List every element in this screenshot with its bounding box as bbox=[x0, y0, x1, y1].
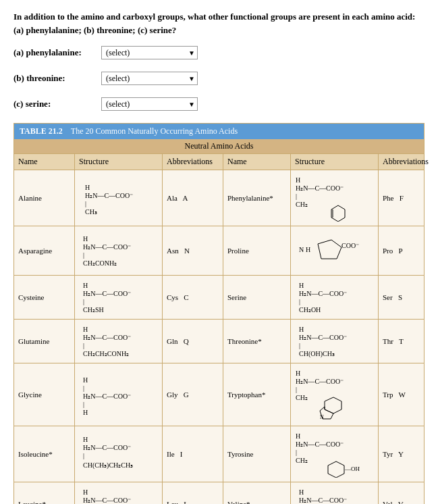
svg-text:H₂N—C—COO⁻: H₂N—C—COO⁻ bbox=[299, 290, 347, 297]
svg-text:H: H bbox=[299, 326, 304, 333]
svg-text:CH(OH)CH₃: CH(OH)CH₃ bbox=[299, 350, 335, 358]
table-row: Asparagine H H₂N—C—COO⁻ | CH₂CONH₂ Asn N… bbox=[14, 226, 424, 276]
svg-text:|: | bbox=[296, 386, 297, 393]
svg-text:|: | bbox=[83, 401, 84, 408]
cell-abbr: Ile I bbox=[163, 426, 223, 482]
cell-structure: H H₂N—C—COO⁻ | CH₃ bbox=[75, 170, 163, 226]
svg-text:H: H bbox=[320, 421, 324, 422]
svg-text:|: | bbox=[83, 251, 84, 259]
svg-text:|: | bbox=[83, 298, 84, 305]
cell-structure: H H₂N—C—COO⁻ | CH(CH₃)CH₂CH₃ bbox=[75, 426, 163, 482]
valine-structure: H H₂N—C—COO⁻ | CH(CH₃)₂ bbox=[298, 486, 372, 504]
cell-name: Leucine* bbox=[14, 482, 75, 504]
cell-name: Glutamine bbox=[14, 320, 75, 363]
svg-text:|: | bbox=[83, 384, 84, 392]
asparagine-structure: H H₂N—C—COO⁻ | CH₂CONH₂ bbox=[82, 233, 156, 268]
cell-abbr: Trp W bbox=[379, 363, 438, 426]
amino-acids-table: TABLE 21.2 The 20 Common Naturally Occur… bbox=[13, 123, 425, 504]
cell-structure: H | H₂N—C—COO⁻ | H bbox=[75, 363, 163, 426]
table-row: Isoleucine* H H₂N—C—COO⁻ | CH(CH₃)CH₂CH₃… bbox=[14, 426, 424, 482]
cell-abbr: Ala A bbox=[163, 170, 223, 226]
cell-name: Cysteine bbox=[14, 276, 75, 319]
cell-abbr: Tyr Y bbox=[379, 426, 438, 482]
table-row: Cysteine H H₂N—C—COO⁻ | CH₂SH Cys C Seri… bbox=[14, 276, 424, 320]
cell-structure: H H₂N—C—COO⁻ | CH₂ N H bbox=[291, 363, 379, 426]
table-number: TABLE 21.2 bbox=[20, 126, 63, 136]
table-title-row: TABLE 21.2 The 20 Common Naturally Occur… bbox=[14, 124, 424, 139]
select-serine[interactable]: (select) benzene ring (aromatic) hydroxy… bbox=[101, 97, 198, 111]
cell-structure: H H₂N—C—COO⁻ | CH₂CH₂CONH₂ bbox=[75, 320, 163, 363]
cell-abbr: Leu L bbox=[163, 482, 223, 504]
proline-structure: N H COO⁻ bbox=[298, 230, 372, 271]
svg-text:|: | bbox=[83, 342, 84, 349]
table-row: Leucine* H H₂N—C—COO⁻ | CH₂CH(CH₃)₂ Leu … bbox=[14, 482, 424, 504]
svg-text:—OH: —OH bbox=[344, 465, 360, 472]
cell-name: Phenylalanine* bbox=[223, 170, 291, 226]
svg-text:CH(CH₃)CH₂CH₃: CH(CH₃)CH₂CH₃ bbox=[83, 461, 133, 470]
select-phenylalanine[interactable]: (select) benzene ring (aromatic) hydroxy… bbox=[101, 46, 198, 59]
svg-text:H₂N—C—COO⁻: H₂N—C—COO⁻ bbox=[83, 290, 131, 297]
cell-abbr: Cys C bbox=[163, 276, 223, 319]
cell-structure: H H₂N—C—COO⁻ | CH₂SH bbox=[75, 276, 163, 319]
cell-abbr: Ser S bbox=[379, 276, 438, 319]
cell-abbr: Gln Q bbox=[163, 320, 223, 363]
cell-name: Serine bbox=[223, 276, 291, 319]
svg-marker-55 bbox=[328, 461, 344, 478]
cell-name: Tyrosine bbox=[223, 426, 291, 482]
tyrosine-structure: H H₂N—C—COO⁻ | CH₂ —OH bbox=[294, 430, 375, 478]
svg-text:COO⁻: COO⁻ bbox=[341, 242, 359, 249]
cysteine-structure: H H₂N—C—COO⁻ | CH₂SH bbox=[82, 280, 156, 315]
svg-text:H: H bbox=[306, 246, 310, 253]
svg-text:N: N bbox=[299, 246, 304, 253]
col-header-abbr2: Abbreviations bbox=[379, 154, 438, 170]
svg-text:H: H bbox=[299, 282, 304, 289]
answer-row-b: (b) threonine: (select) benzene ring (ar… bbox=[13, 72, 425, 85]
table-row: Alanine H H₂N—C—COO⁻ | CH₃ Ala A Phenyla… bbox=[14, 170, 424, 226]
answer-row-a: (a) phenylalanine: (select) benzene ring… bbox=[13, 46, 425, 59]
cell-abbr: Val V bbox=[379, 482, 438, 504]
glutamine-structure: H H₂N—C—COO⁻ | CH₂CH₂CONH₂ bbox=[82, 324, 156, 359]
svg-text:H: H bbox=[83, 326, 88, 333]
cell-abbr: Thr T bbox=[379, 320, 438, 363]
cell-structure: N H COO⁻ bbox=[291, 226, 379, 275]
select-wrapper-b: (select) benzene ring (aromatic) hydroxy… bbox=[101, 72, 198, 85]
col-header-struct2: Structure bbox=[291, 154, 379, 170]
svg-text:|: | bbox=[296, 449, 297, 456]
select-wrapper-c: (select) benzene ring (aromatic) hydroxy… bbox=[101, 97, 198, 111]
cell-name: Threonine* bbox=[223, 320, 291, 363]
select-threonine[interactable]: (select) benzene ring (aromatic) hydroxy… bbox=[101, 72, 198, 85]
svg-text:H₂N—C—COO⁻: H₂N—C—COO⁻ bbox=[299, 497, 347, 504]
svg-text:H: H bbox=[83, 235, 88, 243]
svg-text:H₂N—C—COO⁻: H₂N—C—COO⁻ bbox=[83, 497, 131, 504]
alanine-structure: H H₂N—C—COO⁻ | CH₃ bbox=[82, 180, 156, 216]
cell-name: Isoleucine* bbox=[14, 426, 75, 482]
cell-abbr: Asn N bbox=[163, 226, 223, 275]
svg-text:H₂N—C—COO⁻: H₂N—C—COO⁻ bbox=[83, 393, 131, 400]
cell-abbr: Gly G bbox=[163, 363, 223, 426]
svg-text:H: H bbox=[83, 282, 88, 289]
svg-text:CH₃: CH₃ bbox=[85, 208, 97, 216]
cell-abbr: Pro P bbox=[379, 226, 438, 275]
svg-text:H: H bbox=[83, 436, 88, 443]
svg-text:|: | bbox=[85, 200, 86, 207]
label-c: (c) serine: bbox=[13, 99, 101, 109]
svg-text:|: | bbox=[296, 193, 297, 200]
cell-structure: H H₂N—C—COO⁻ | CH₂CONH₂ bbox=[75, 226, 163, 275]
svg-text:CH₂CONH₂: CH₂CONH₂ bbox=[83, 259, 117, 267]
leucine-structure: H H₂N—C—COO⁻ | CH₂CH(CH₃)₂ bbox=[82, 486, 156, 504]
svg-text:H₂N—C—COO⁻: H₂N—C—COO⁻ bbox=[83, 334, 131, 341]
svg-text:CH₂SH: CH₂SH bbox=[83, 306, 104, 313]
svg-text:H₂N—C—COO⁻: H₂N—C—COO⁻ bbox=[296, 378, 344, 385]
cell-name: Alanine bbox=[14, 170, 75, 226]
svg-text:N: N bbox=[320, 414, 324, 420]
glycine-structure: H | H₂N—C—COO⁻ | H bbox=[82, 374, 156, 415]
svg-text:H: H bbox=[296, 370, 300, 377]
table-title: The 20 Common Naturally Occurring Amino … bbox=[71, 126, 238, 136]
svg-text:H: H bbox=[83, 409, 88, 415]
section-header: Neutral Amino Acids bbox=[14, 139, 424, 154]
svg-text:H: H bbox=[85, 184, 90, 191]
cell-abbr: Phe F bbox=[379, 170, 438, 226]
label-b: (b) threonine: bbox=[13, 73, 101, 84]
svg-text:CH₂CH₂CONH₂: CH₂CH₂CONH₂ bbox=[83, 350, 129, 357]
svg-text:CH₂OH: CH₂OH bbox=[299, 306, 321, 313]
